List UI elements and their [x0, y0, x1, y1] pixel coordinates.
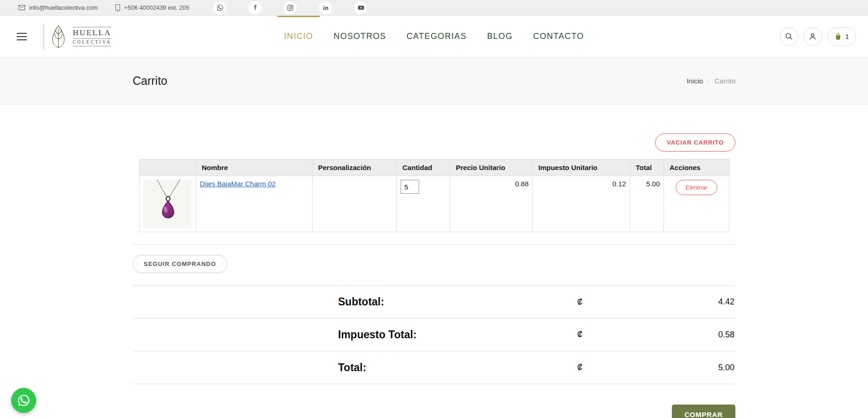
whatsapp-icon: [17, 393, 31, 407]
product-image[interactable]: [143, 180, 191, 228]
cart-table: Nombre Personalización Cantidad Precio U…: [139, 159, 729, 232]
subtotal-value: 4.42: [718, 297, 734, 307]
subtotal-label: Subtotal:: [338, 296, 384, 308]
cell-product-name: Dijes BajaMar Charm 02: [196, 176, 313, 232]
total-label: Total:: [338, 361, 366, 374]
social-links: [213, 1, 367, 14]
site-logo[interactable]: HUELLA COLECTIVA: [44, 24, 111, 50]
instagram-icon: [287, 5, 294, 11]
page-title-bar: Carrito Inicio · Carrito: [0, 57, 868, 105]
currency-symbol: ₡: [577, 363, 583, 372]
empty-cart-button[interactable]: VACIAR CARRITO: [655, 133, 735, 152]
linkedin-link[interactable]: [319, 1, 332, 14]
cart-summary: Subtotal: ₡ 4.42 Impuesto Total: ₡ 0.58 …: [133, 285, 735, 384]
nav-categorias[interactable]: CATEGORIAS: [407, 16, 467, 57]
header-image: [140, 159, 196, 176]
cart-item-row: Dijes BajaMar Charm 02 0.88 0.12 5.00 El…: [140, 176, 729, 232]
total-value: 5.00: [718, 363, 734, 373]
email-contact[interactable]: info@huellacolectiva.com: [19, 4, 98, 11]
cart-page: VACIAR CARRITO Nombre Personalización Ca…: [0, 105, 868, 418]
menu-icon[interactable]: [17, 33, 27, 40]
logo-divider: [44, 24, 44, 50]
phone-contact[interactable]: +506 40002439 ext. 205: [115, 4, 190, 11]
phone-text: +506 40002439 ext. 205: [124, 4, 190, 11]
page-title: Carrito: [133, 74, 167, 88]
breadcrumb-separator: ·: [708, 77, 710, 85]
youtube-icon: [357, 4, 364, 11]
email-text: info@huellacolectiva.com: [29, 4, 98, 11]
section-divider: [133, 244, 735, 245]
header-precio-unitario: Precio Unitario: [450, 159, 533, 176]
breadcrumb-current: Carrito: [715, 77, 735, 85]
summary-row-subtotal: Subtotal: ₡ 4.42: [133, 285, 735, 318]
envelope-icon: [19, 5, 25, 10]
breadcrumb-home[interactable]: Inicio: [687, 77, 703, 85]
table-header-row: Nombre Personalización Cantidad Precio U…: [140, 159, 729, 176]
leaf-logo-icon: [50, 25, 67, 49]
tax-total-label: Impuesto Total:: [338, 329, 417, 341]
header-impuesto-unitario: Impuesto Unitario: [533, 159, 630, 176]
site-header: HUELLA COLECTIVA INICIO NOSOTROS CATEGOR…: [0, 16, 868, 57]
header-acciones: Acciones: [664, 159, 729, 176]
search-button[interactable]: [780, 27, 798, 46]
header-nombre: Nombre: [196, 159, 313, 176]
cell-actions: Eliminar: [664, 176, 729, 232]
whatsapp-icon: [217, 4, 223, 11]
summary-row-total: Total: ₡ 5.00: [133, 351, 735, 384]
header-actions: 1: [780, 27, 856, 46]
header-cantidad: Cantidad: [397, 159, 450, 176]
facebook-link[interactable]: [249, 1, 262, 14]
cell-quantity: [397, 176, 450, 232]
header-personalizacion: Personalización: [313, 159, 397, 176]
phone-icon: [115, 4, 120, 11]
whatsapp-float-button[interactable]: [11, 388, 36, 413]
whatsapp-link[interactable]: [213, 1, 226, 14]
topbar: info@huellacolectiva.com +506 40002439 e…: [0, 0, 868, 16]
logo-text: HUELLA COLECTIVA: [73, 27, 111, 46]
currency-symbol: ₡: [577, 298, 583, 306]
logo-line2: COLECTIVA: [73, 39, 111, 46]
quantity-input[interactable]: [401, 180, 419, 194]
account-button[interactable]: [804, 27, 822, 46]
nav-blog[interactable]: BLOG: [487, 16, 512, 57]
product-link[interactable]: Dijes BajaMar Charm 02: [200, 180, 275, 188]
youtube-link[interactable]: [354, 1, 367, 14]
cell-total: 5.00: [630, 176, 664, 232]
currency-symbol: ₡: [577, 330, 583, 339]
facebook-icon: [252, 5, 258, 11]
logo-line1: HUELLA: [73, 27, 111, 39]
tax-total-value: 0.58: [718, 330, 734, 340]
breadcrumb: Inicio · Carrito: [687, 77, 735, 85]
search-icon: [785, 32, 793, 40]
eliminar-button[interactable]: Eliminar: [676, 180, 718, 195]
header-total: Total: [630, 159, 664, 176]
main-nav: INICIO NOSOTROS CATEGORIAS BLOG CONTACTO: [284, 16, 584, 57]
cell-unit-price: 0.88: [450, 176, 533, 232]
instagram-link[interactable]: [284, 1, 297, 14]
continue-shopping-button[interactable]: SEGUIR COMPRANDO: [133, 255, 227, 273]
cell-personalization: [313, 176, 397, 232]
nav-contacto[interactable]: CONTACTO: [533, 16, 584, 57]
user-icon: [809, 32, 817, 40]
cell-product-image: [140, 176, 196, 232]
cell-unit-tax: 0.12: [533, 176, 630, 232]
cart-bag-icon: [834, 32, 842, 41]
cart-button[interactable]: 1: [827, 27, 856, 46]
cart-count: 1: [845, 32, 849, 40]
linkedin-icon: [323, 5, 329, 11]
summary-row-tax: Impuesto Total: ₡ 0.58: [133, 318, 735, 351]
comprar-button[interactable]: COMPRAR: [672, 405, 735, 418]
nav-inicio[interactable]: INICIO: [284, 16, 313, 57]
nav-nosotros[interactable]: NOSOTROS: [333, 16, 386, 57]
